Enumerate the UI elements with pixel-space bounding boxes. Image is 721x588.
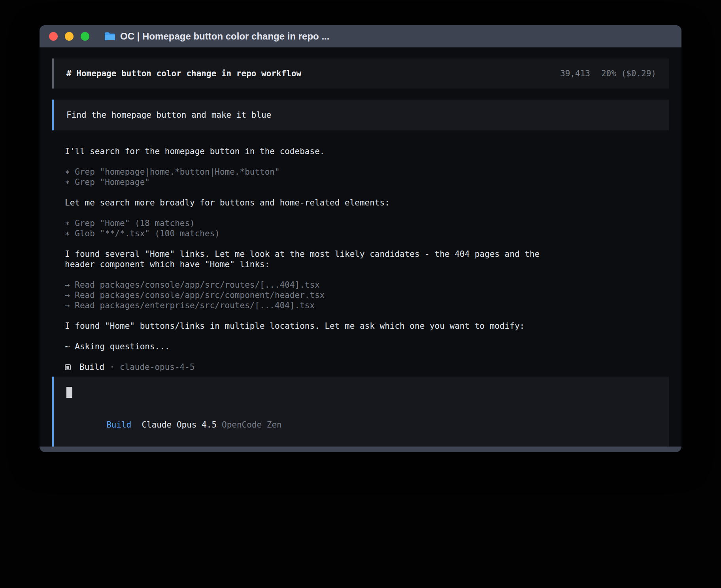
assistant-paragraph: I'll search for the homepage button in t… <box>65 146 669 156</box>
agent-status-row: Build · claude-opus-4-5 <box>65 362 669 373</box>
input-provider-label: OpenCode Zen <box>222 420 282 430</box>
conversation: I'll search for the homepage button in t… <box>52 146 669 373</box>
tool-call-group: ∗ Grep "Home" (18 matches) ∗ Glob "**/*.… <box>65 218 669 239</box>
agent-name: Build <box>79 362 104 373</box>
tool-call-line: → Read packages/enterprise/src/routes/[.… <box>65 300 669 311</box>
terminal-window: OC | Homepage button color change in rep… <box>40 25 681 452</box>
window-titlebar: OC | Homepage button color change in rep… <box>40 25 681 47</box>
assistant-text-line: I'll search for the homepage button in t… <box>65 146 669 156</box>
close-window-button[interactable] <box>49 32 58 41</box>
input-meta-row: BuildClaude Opus 4.5OpenCode Zen <box>66 409 656 440</box>
user-message-text: Find the homepage button and make it blu… <box>66 110 271 120</box>
agent-icon <box>65 364 71 370</box>
assistant-text-line: Let me search more broadly for buttons a… <box>65 198 669 208</box>
terminal-content: # Homepage button color change in repo w… <box>40 47 681 447</box>
tool-call-line: ∗ Glob "**/*.tsx" (100 matches) <box>65 228 669 239</box>
agent-model: claude-opus-4-5 <box>120 362 195 373</box>
zoom-window-button[interactable] <box>81 32 89 41</box>
assistant-text-line: I found several "Home" links. Let me loo… <box>65 249 669 259</box>
window-controls <box>49 32 96 41</box>
assistant-text-line: header component which have "Home" links… <box>65 259 669 270</box>
session-header: # Homepage button color change in repo w… <box>52 58 669 89</box>
agent-separator: · <box>109 362 115 373</box>
tool-call-line: → Read packages/console/app/src/routes/[… <box>65 280 669 290</box>
prompt-input[interactable]: BuildClaude Opus 4.5OpenCode Zen <box>52 377 669 447</box>
session-title: # Homepage button color change in repo w… <box>66 69 301 78</box>
window-title: OC | Homepage button color change in rep… <box>120 31 329 42</box>
tool-call-line: ∗ Grep "Homepage" <box>65 177 669 187</box>
input-model-label: Claude Opus 4.5 <box>142 420 217 430</box>
input-mode-label: Build <box>106 420 131 430</box>
folder-icon <box>104 32 115 41</box>
window-bottom-edge <box>40 447 681 452</box>
tool-call-group: ∗ Grep "homepage|home.*button|Home.*butt… <box>65 167 669 187</box>
assistant-text-line: I found "Home" buttons/links in multiple… <box>65 321 669 331</box>
user-message: Find the homepage button and make it blu… <box>52 100 669 130</box>
tool-call-group: → Read packages/console/app/src/routes/[… <box>65 280 669 311</box>
assistant-paragraph: Let me search more broadly for buttons a… <box>65 198 669 208</box>
assistant-paragraph: I found "Home" buttons/links in multiple… <box>65 321 669 331</box>
tool-call-line: ∗ Grep "homepage|home.*button|Home.*butt… <box>65 167 669 177</box>
session-meta: 39,413 20% ($0.29) <box>560 69 656 78</box>
tool-call-line: ∗ Grep "Home" (18 matches) <box>65 218 669 228</box>
context-usage: 20% ($0.29) <box>601 69 656 78</box>
assistant-paragraph: I found several "Home" links. Let me loo… <box>65 249 669 270</box>
tool-call-line: → Read packages/console/app/src/componen… <box>65 290 669 300</box>
minimize-window-button[interactable] <box>65 32 74 41</box>
text-cursor <box>66 387 72 398</box>
window-title-group: OC | Homepage button color change in rep… <box>104 31 329 42</box>
asking-questions-line: ~ Asking questions... <box>65 341 669 352</box>
token-count: 39,413 <box>560 69 590 78</box>
status-paragraph: ~ Asking questions... <box>65 341 669 352</box>
